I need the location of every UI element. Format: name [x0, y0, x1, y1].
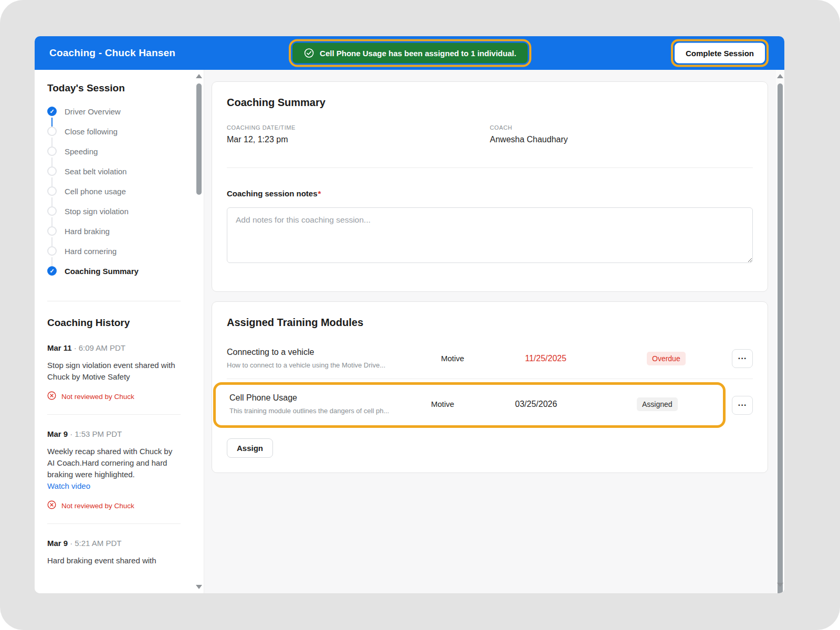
history-entry-text: Stop sign violation event shared with Ch…	[47, 360, 181, 383]
complete-session-button[interactable]: Complete Session	[675, 43, 765, 64]
module-due-date: 03/25/2026	[515, 400, 637, 409]
history-entry-text: Hard braking event shared with	[47, 555, 181, 566]
module-description: How to connect to a vehicle using the Mo…	[227, 361, 436, 369]
session-steps: ✓ Driver Overview Close following Speedi…	[47, 107, 181, 286]
notes-label: Coaching session notes*	[227, 189, 753, 198]
status-badge: Assigned	[637, 397, 678, 411]
assign-button[interactable]: Assign	[227, 438, 273, 458]
toast-message: Cell Phone Usage has been assigned to 1 …	[320, 49, 516, 58]
complete-session-highlight-ring: Complete Session	[671, 39, 769, 67]
sidebar-item-speeding[interactable]: Speeding	[47, 146, 181, 166]
module-provider: Motive	[441, 354, 525, 363]
success-toast: Cell Phone Usage has been assigned to 1 …	[292, 43, 528, 64]
scrollbar-thumb[interactable]	[196, 83, 202, 195]
coach-field: COACH Anwesha Chaudhary	[490, 124, 753, 144]
history-entry-text: Weekly recap shared with Chuck by AI Coa…	[47, 446, 181, 492]
step-circle-icon	[47, 246, 57, 256]
review-status-label: Not reviewed by Chuck	[61, 502, 134, 510]
history-entry: Mar 9·5:21 AM PDT Hard braking event sha…	[47, 539, 181, 566]
page-title: Coaching - Chuck Hansen	[49, 47, 175, 59]
history-entry-meta: Mar 9·1:53 PM PDT	[47, 429, 181, 438]
step-circle-icon	[47, 206, 57, 216]
sidebar-item-coaching-summary[interactable]: ✓ Coaching Summary	[47, 266, 181, 286]
history-entry-meta: Mar 11·6:09 AM PDT	[47, 343, 181, 352]
module-menu-button[interactable]: ···	[732, 396, 753, 415]
page-background: Coaching - Chuck Hansen Cell Phone Usage…	[0, 0, 840, 630]
scroll-down-arrow-icon[interactable]	[777, 583, 783, 587]
sidebar-item-stop-sign-violation[interactable]: Stop sign violation	[47, 206, 181, 226]
card-divider	[227, 167, 753, 168]
step-circle-icon	[47, 146, 57, 156]
module-provider: Motive	[431, 400, 515, 408]
modal-header: Coaching - Chuck Hansen Cell Phone Usage…	[35, 36, 784, 70]
coaching-history-heading: Coaching History	[47, 317, 181, 329]
check-circle-icon	[304, 48, 314, 58]
step-circle-icon	[47, 226, 57, 236]
module-highlight-ring: Cell Phone Usage This training module ou…	[213, 382, 726, 428]
module-menu-button[interactable]: ···	[732, 349, 753, 368]
sidebar-item-cell-phone-usage[interactable]: Cell phone usage	[47, 186, 181, 206]
module-due-date: 11/25/2025	[525, 354, 647, 363]
main-content: Coaching Summary COACHING DATE/TIME Mar …	[204, 70, 776, 593]
x-circle-icon	[47, 391, 56, 402]
review-status: Not reviewed by Chuck	[47, 500, 181, 511]
coaching-notes-input[interactable]	[227, 207, 753, 263]
watch-video-link[interactable]: Watch video	[47, 480, 90, 492]
sidebar-item-seat-belt-violation[interactable]: Seat belt violation	[47, 166, 181, 186]
history-entry-meta: Mar 9·5:21 AM PDT	[47, 539, 181, 548]
scroll-down-arrow-icon[interactable]	[196, 585, 202, 589]
step-check-icon: ✓	[47, 107, 57, 116]
sidebar-item-hard-cornering[interactable]: Hard cornering	[47, 246, 181, 266]
history-entry: Mar 11·6:09 AM PDT Stop sign violation e…	[47, 343, 181, 415]
sidebar-item-driver-overview[interactable]: ✓ Driver Overview	[47, 107, 181, 127]
scroll-up-arrow-icon[interactable]	[777, 74, 783, 78]
coaching-summary-title: Coaching Summary	[227, 97, 753, 109]
sidebar-divider	[47, 301, 181, 301]
coaching-datetime-field: COACHING DATE/TIME Mar 12, 1:23 pm	[227, 124, 490, 144]
module-description: This training module outlines the danger…	[229, 407, 426, 415]
session-sidebar: Today's Session ✓ Driver Overview Close …	[35, 70, 204, 593]
scroll-up-arrow-icon[interactable]	[196, 74, 202, 78]
step-circle-icon	[47, 166, 57, 176]
toast-highlight-ring: Cell Phone Usage has been assigned to 1 …	[289, 39, 531, 67]
review-status-label: Not reviewed by Chuck	[61, 393, 134, 401]
required-asterisk: *	[318, 189, 321, 198]
coaching-datetime-label: COACHING DATE/TIME	[227, 124, 490, 131]
training-module-row: Cell Phone Usage This training module ou…	[227, 379, 753, 433]
module-name: Connecting to a vehicle	[227, 348, 436, 357]
coaching-datetime-value: Mar 12, 1:23 pm	[227, 135, 490, 144]
x-circle-icon	[47, 500, 56, 511]
training-module-row: Connecting to a vehicle How to connect t…	[227, 338, 753, 379]
scrollbar-thumb[interactable]	[778, 83, 783, 593]
module-name: Cell Phone Usage	[229, 393, 426, 403]
assigned-training-modules-title: Assigned Training Modules	[227, 317, 753, 329]
sidebar-item-hard-braking[interactable]: Hard braking	[47, 226, 181, 246]
sidebar-scrollbar[interactable]	[195, 70, 203, 593]
coach-label: COACH	[490, 124, 753, 131]
status-badge: Overdue	[647, 352, 686, 365]
step-circle-icon	[47, 127, 57, 136]
ellipsis-icon: ···	[738, 401, 747, 410]
review-status: Not reviewed by Chuck	[47, 391, 181, 402]
coaching-modal: Coaching - Chuck Hansen Cell Phone Usage…	[35, 36, 784, 593]
step-check-icon: ✓	[47, 266, 57, 276]
sidebar-item-close-following[interactable]: Close following	[47, 127, 181, 146]
main-scrollbar[interactable]	[776, 70, 784, 593]
ellipsis-icon: ···	[738, 354, 747, 363]
history-divider	[47, 523, 181, 524]
assigned-training-modules-card: Assigned Training Modules Connecting to …	[212, 301, 768, 473]
history-divider	[47, 414, 181, 415]
todays-session-heading: Today's Session	[47, 82, 181, 94]
step-circle-icon	[47, 186, 57, 196]
coaching-summary-card: Coaching Summary COACHING DATE/TIME Mar …	[212, 81, 768, 292]
history-entry: Mar 9·1:53 PM PDT Weekly recap shared wi…	[47, 429, 181, 524]
coach-value: Anwesha Chaudhary	[490, 135, 753, 144]
